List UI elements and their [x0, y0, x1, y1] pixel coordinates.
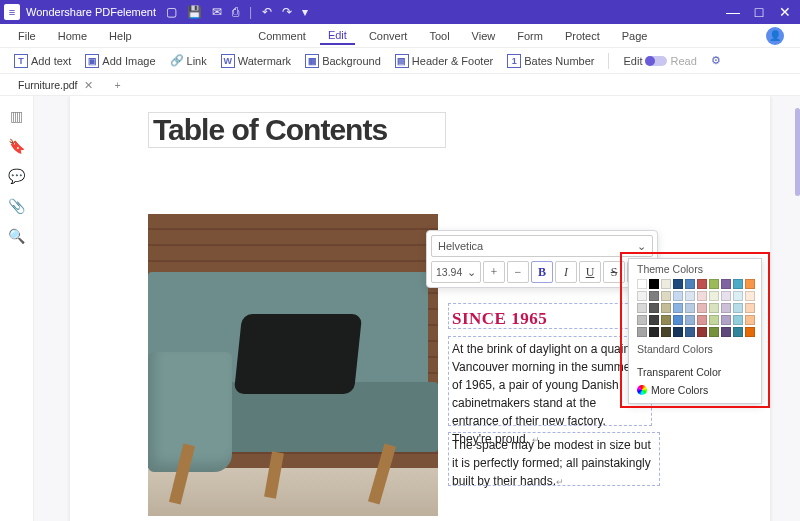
mode-toggle[interactable] [645, 56, 667, 66]
color-swatch[interactable] [673, 279, 683, 289]
settings-icon[interactable]: ⚙ [707, 52, 725, 69]
color-swatch[interactable] [733, 291, 743, 301]
font-family-select[interactable]: Helvetica ⌄ [431, 235, 653, 257]
save-icon[interactable]: 💾 [187, 5, 202, 19]
underline-button[interactable]: U [579, 261, 601, 283]
color-swatch[interactable] [697, 279, 707, 289]
transparent-color-option[interactable]: Transparent Color [629, 363, 761, 381]
color-swatch[interactable] [709, 303, 719, 313]
menu-view[interactable]: View [464, 28, 504, 44]
color-swatch[interactable] [637, 279, 647, 289]
color-swatch[interactable] [661, 291, 671, 301]
new-tab-button[interactable]: + [109, 79, 127, 91]
attachment-icon[interactable]: 📎 [8, 198, 25, 214]
color-swatch[interactable] [709, 291, 719, 301]
color-swatch[interactable] [685, 291, 695, 301]
redo-icon[interactable]: ↷ [282, 5, 292, 19]
color-swatch[interactable] [745, 291, 755, 301]
user-avatar[interactable]: 👤 [766, 27, 784, 45]
color-swatch[interactable] [733, 327, 743, 337]
color-swatch[interactable] [745, 303, 755, 313]
thumbnails-icon[interactable]: ▥ [10, 108, 23, 124]
color-swatch[interactable] [649, 315, 659, 325]
color-swatch[interactable] [733, 279, 743, 289]
menu-home[interactable]: Home [50, 28, 95, 44]
color-swatch[interactable] [637, 315, 647, 325]
italic-button[interactable]: I [555, 261, 577, 283]
color-swatch[interactable] [709, 327, 719, 337]
close-button[interactable]: ✕ [774, 4, 796, 20]
header-footer-button[interactable]: ▤Header & Footer [391, 52, 497, 70]
color-swatch[interactable] [673, 315, 683, 325]
color-swatch[interactable] [637, 291, 647, 301]
background-button[interactable]: ▦Background [301, 52, 385, 70]
color-swatch[interactable] [637, 327, 647, 337]
color-swatch[interactable] [697, 315, 707, 325]
color-swatch[interactable] [721, 291, 731, 301]
strikethrough-button[interactable]: S [603, 261, 625, 283]
menu-file[interactable]: File [10, 28, 44, 44]
color-swatch[interactable] [697, 291, 707, 301]
menu-edit[interactable]: Edit [320, 27, 355, 45]
color-swatch[interactable] [661, 315, 671, 325]
menu-form[interactable]: Form [509, 28, 551, 44]
heading-box[interactable]: Table of Contents [148, 112, 446, 148]
minimize-button[interactable]: — [722, 4, 744, 20]
menu-page[interactable]: Page [614, 28, 656, 44]
color-swatch[interactable] [721, 303, 731, 313]
color-swatch[interactable] [721, 315, 731, 325]
color-swatch[interactable] [685, 303, 695, 313]
color-swatch[interactable] [661, 303, 671, 313]
edit-mode[interactable]: EditRead [619, 53, 700, 69]
color-swatch[interactable] [685, 279, 695, 289]
document-tab[interactable]: Furniture.pdf ✕ [8, 77, 103, 93]
comment-panel-icon[interactable]: 💬 [8, 168, 25, 184]
color-swatch[interactable] [709, 315, 719, 325]
color-swatch[interactable] [649, 291, 659, 301]
color-swatch[interactable] [685, 327, 695, 337]
color-swatch[interactable] [685, 315, 695, 325]
print-icon[interactable]: ⎙ [232, 5, 239, 19]
color-swatch[interactable] [733, 315, 743, 325]
color-swatch[interactable] [745, 279, 755, 289]
color-swatch[interactable] [673, 291, 683, 301]
menu-protect[interactable]: Protect [557, 28, 608, 44]
color-swatch[interactable] [637, 303, 647, 313]
color-swatch[interactable] [745, 327, 755, 337]
color-swatch[interactable] [721, 279, 731, 289]
color-swatch[interactable] [661, 279, 671, 289]
more-icon[interactable]: ▾ [302, 5, 308, 19]
color-swatch[interactable] [697, 327, 707, 337]
color-swatch[interactable] [649, 327, 659, 337]
color-swatch[interactable] [649, 279, 659, 289]
maximize-button[interactable]: □ [748, 4, 770, 20]
scrollbar-thumb[interactable] [795, 108, 800, 196]
color-swatch[interactable] [709, 279, 719, 289]
search-icon[interactable]: 🔍 [8, 228, 25, 244]
mail-icon[interactable]: ✉ [212, 5, 222, 19]
color-swatch[interactable] [673, 303, 683, 313]
bates-button[interactable]: 1Bates Number [503, 52, 598, 70]
undo-icon[interactable]: ↶ [262, 5, 272, 19]
font-size-select[interactable]: 13.94 ⌄ [431, 261, 481, 283]
increase-size-button[interactable]: + [483, 261, 505, 283]
color-swatch[interactable] [745, 315, 755, 325]
color-swatch[interactable] [697, 303, 707, 313]
menu-tool[interactable]: Tool [421, 28, 457, 44]
tab-close-icon[interactable]: ✕ [84, 79, 93, 91]
watermark-button[interactable]: WWatermark [217, 52, 295, 70]
color-swatch[interactable] [733, 303, 743, 313]
furniture-image[interactable] [148, 214, 438, 516]
color-swatch[interactable] [673, 327, 683, 337]
bold-button[interactable]: B [531, 261, 553, 283]
decrease-size-button[interactable]: − [507, 261, 529, 283]
add-text-button[interactable]: TAdd text [10, 52, 75, 70]
color-swatch[interactable] [721, 327, 731, 337]
bookmark-icon[interactable]: 🔖 [8, 138, 25, 154]
link-button[interactable]: 🔗Link [166, 52, 211, 69]
more-colors-option[interactable]: More Colors [629, 381, 761, 399]
open-icon[interactable]: ▢ [166, 5, 177, 19]
add-image-button[interactable]: ▣Add Image [81, 52, 159, 70]
menu-comment[interactable]: Comment [250, 28, 314, 44]
color-swatch[interactable] [649, 303, 659, 313]
